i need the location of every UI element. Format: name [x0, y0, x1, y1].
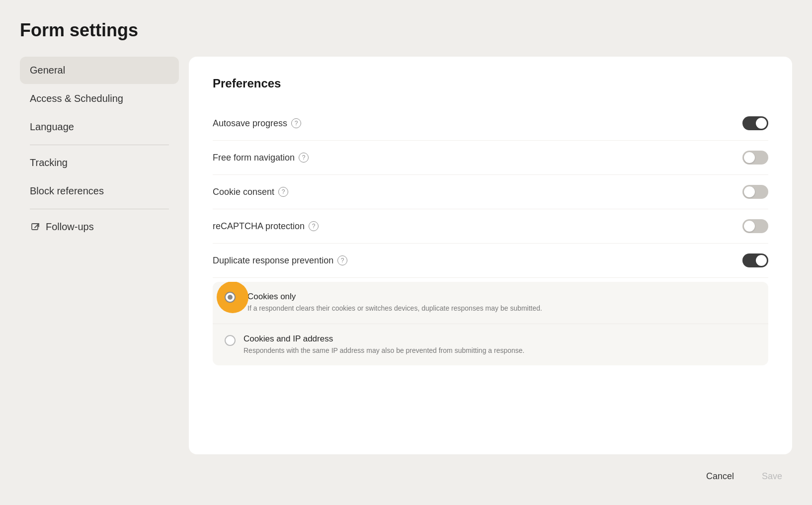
svg-rect-0 — [32, 224, 38, 230]
free-form-toggle[interactable] — [742, 151, 768, 165]
cookies-only-title: Cookies only — [247, 292, 756, 302]
setting-free-form-navigation: Free form navigation ? — [213, 141, 768, 175]
sidebar-item-block-references[interactable]: Block references — [20, 177, 179, 205]
cookie-consent-toggle-thumb — [744, 186, 755, 197]
setting-recaptcha: reCAPTCHA protection ? — [213, 209, 768, 244]
sidebar-item-access-scheduling[interactable]: Access & Scheduling — [20, 85, 179, 112]
radio-cookies-only[interactable] — [225, 292, 236, 303]
recaptcha-toggle[interactable] — [742, 219, 768, 233]
main-content: Preferences Autosave progress ? Free for… — [189, 57, 792, 454]
cancel-button[interactable]: Cancel — [696, 466, 744, 487]
section-title: Preferences — [213, 77, 768, 90]
sidebar-item-language[interactable]: Language — [20, 113, 179, 141]
save-button: Save — [752, 466, 792, 487]
page-title: Form settings — [20, 20, 792, 41]
sidebar-item-tracking[interactable]: Tracking — [20, 149, 179, 176]
cookies-only-desc: If a respondent clears their cookies or … — [247, 304, 756, 314]
duplicate-prevention-sub-options: Cookies only If a respondent clears thei… — [213, 282, 768, 365]
autosave-toggle[interactable] — [742, 116, 768, 130]
cookies-ip-title: Cookies and IP address — [244, 334, 756, 344]
external-link-icon — [30, 222, 41, 233]
sidebar-item-follow-ups[interactable]: Follow-ups — [20, 213, 179, 241]
duplicate-prevention-toggle-thumb — [756, 255, 767, 266]
sidebar: General Access & Scheduling Language Tra… — [20, 57, 189, 241]
duplicate-prevention-help-icon[interactable]: ? — [337, 255, 347, 265]
footer: Cancel Save — [0, 454, 812, 499]
autosave-toggle-thumb — [756, 118, 767, 129]
free-form-toggle-thumb — [744, 152, 755, 163]
recaptcha-toggle-thumb — [744, 221, 755, 232]
radio-cookies-ip[interactable] — [225, 335, 236, 346]
sub-option-cookies-ip[interactable]: Cookies and IP address Respondents with … — [213, 324, 768, 366]
sidebar-divider-1 — [30, 145, 169, 145]
recaptcha-help-icon[interactable]: ? — [309, 221, 319, 231]
cookie-consent-toggle[interactable] — [742, 185, 768, 199]
autosave-help-icon[interactable]: ? — [291, 118, 301, 128]
cookie-consent-help-icon[interactable]: ? — [278, 187, 288, 197]
sidebar-divider-2 — [30, 209, 169, 209]
setting-autosave: Autosave progress ? — [213, 106, 768, 141]
setting-duplicate-prevention: Duplicate response prevention ? — [213, 244, 768, 278]
free-form-help-icon[interactable]: ? — [299, 153, 309, 163]
sidebar-item-general[interactable]: General — [20, 57, 179, 84]
sub-option-cookies-only[interactable]: Cookies only If a respondent clears thei… — [213, 282, 768, 324]
duplicate-prevention-toggle[interactable] — [742, 253, 768, 267]
cookies-ip-desc: Respondents with the same IP address may… — [244, 346, 756, 356]
setting-cookie-consent: Cookie consent ? — [213, 175, 768, 209]
